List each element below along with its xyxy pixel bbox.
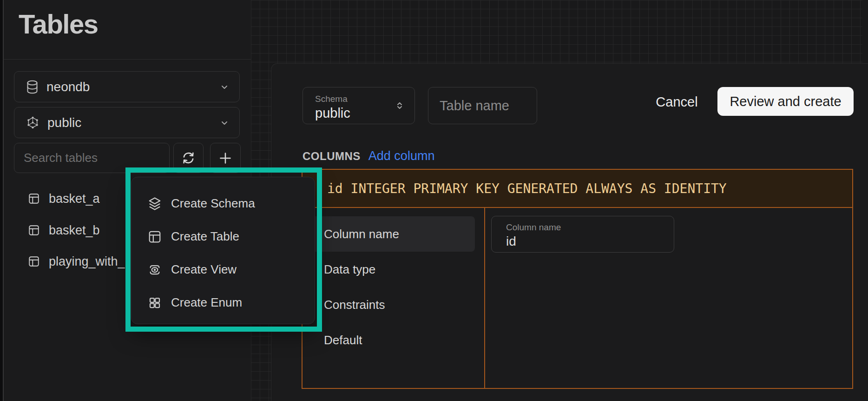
- schema-selector-value: public: [47, 115, 81, 130]
- table-row-basket-a[interactable]: basket_a: [28, 188, 100, 209]
- database-selector[interactable]: neondb: [14, 71, 240, 102]
- column-editor-body: Column name Data type Constraints Defaul…: [302, 208, 852, 388]
- column-sql-banner[interactable]: id INTEGER PRIMARY KEY GENERATED ALWAYS …: [302, 170, 852, 208]
- table-name: basket_a: [49, 192, 100, 206]
- table-name: playing_with_: [49, 254, 125, 269]
- column-name-field[interactable]: Column name id: [491, 216, 674, 253]
- grid-squares-icon: [148, 296, 162, 310]
- table-icon: [28, 255, 40, 267]
- create-table-panel: Schema public Cancel Review and create C…: [271, 63, 868, 401]
- menu-item-label: Create Table: [171, 229, 239, 244]
- refresh-button[interactable]: [173, 143, 204, 173]
- database-icon: [26, 80, 39, 94]
- refresh-icon: [181, 150, 196, 166]
- page-title: Tables: [19, 8, 98, 40]
- column-editor-form: Column name id: [485, 208, 852, 388]
- table-icon: [28, 193, 40, 205]
- table-name-field: [428, 87, 537, 124]
- chevron-up-down-icon: [394, 100, 405, 111]
- columns-heading: COLUMNS: [302, 150, 361, 163]
- nav-item-data-type[interactable]: Data type: [311, 252, 475, 287]
- table-icon: [28, 224, 40, 236]
- add-button[interactable]: [210, 143, 241, 173]
- sidebar-divider: [4, 59, 251, 60]
- menu-item-create-enum[interactable]: Create Enum: [132, 286, 315, 319]
- column-name-field-label: Column name: [506, 222, 674, 233]
- chevron-down-icon: [219, 117, 230, 128]
- database-selector-value: neondb: [46, 80, 90, 94]
- table-row-playing-with[interactable]: playing_with_: [28, 251, 125, 272]
- chevron-down-icon: [219, 81, 230, 93]
- search-tables-field: [14, 143, 170, 173]
- add-column-link[interactable]: Add column: [368, 149, 435, 163]
- table-row-basket-b[interactable]: basket_b: [28, 220, 100, 241]
- table-name: basket_b: [49, 223, 100, 238]
- nav-item-constraints[interactable]: Constraints: [311, 287, 475, 322]
- schema-select[interactable]: Schema public: [302, 87, 415, 124]
- columns-header-row: COLUMNS Add column: [302, 149, 434, 163]
- app-window: Schema public Cancel Review and create C…: [0, 0, 868, 401]
- menu-item-label: Create Schema: [171, 196, 255, 211]
- table-icon: [148, 230, 162, 244]
- plus-icon: [217, 150, 234, 167]
- menu-item-create-table[interactable]: Create Table: [132, 220, 315, 253]
- search-tables-input[interactable]: [14, 143, 169, 173]
- window-edge-line: [3, 0, 4, 401]
- table-name-input[interactable]: [428, 87, 537, 124]
- column-name-field-value: id: [506, 234, 674, 249]
- column-editor-nav: Column name Data type Constraints Defaul…: [302, 208, 485, 388]
- create-menu: Create Schema Create Table Create View: [131, 177, 315, 324]
- menu-item-create-schema[interactable]: Create Schema: [132, 187, 315, 220]
- menu-item-label: Create View: [171, 262, 237, 277]
- nav-item-default[interactable]: Default: [311, 322, 475, 358]
- column-editor: id INTEGER PRIMARY KEY GENERATED ALWAYS …: [302, 169, 853, 389]
- nav-item-column-name[interactable]: Column name: [311, 216, 475, 252]
- layers-icon: [148, 197, 162, 211]
- review-and-create-button[interactable]: Review and create: [717, 87, 854, 116]
- schema-selector[interactable]: public: [14, 107, 240, 138]
- schema-graph-icon: [26, 116, 39, 129]
- cancel-button[interactable]: Cancel: [643, 88, 710, 116]
- menu-item-label: Create Enum: [171, 295, 242, 310]
- menu-item-create-view[interactable]: Create View: [132, 253, 315, 286]
- view-eye-icon: [148, 263, 162, 277]
